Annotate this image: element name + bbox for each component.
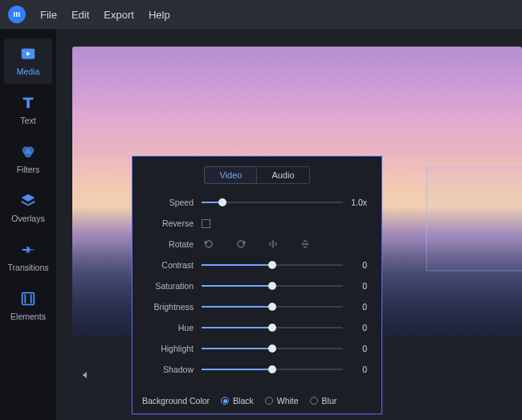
value-shadow: 0 xyxy=(343,365,370,374)
tab-video[interactable]: Video xyxy=(204,166,256,184)
sidebar-item-filters[interactable]: Filters xyxy=(4,137,52,182)
row-background-color: Background Color Black White Blur xyxy=(133,389,381,414)
slider-shadow[interactable] xyxy=(202,369,343,370)
sidebar-item-label: Overlays xyxy=(11,214,44,223)
prev-frame-icon[interactable] xyxy=(79,369,92,385)
label-speed: Speed xyxy=(133,198,202,207)
rotate-cw-icon[interactable] xyxy=(234,237,248,251)
radio-bg-blur[interactable]: Blur xyxy=(310,396,337,406)
sidebar-item-text[interactable]: Text xyxy=(4,88,52,133)
row-highlight: Highlight0 xyxy=(133,338,370,359)
svg-rect-9 xyxy=(31,295,32,304)
text-icon xyxy=(19,94,37,112)
menu-help[interactable]: Help xyxy=(149,9,170,21)
label-background-color: Background Color xyxy=(142,396,210,406)
svg-rect-8 xyxy=(24,295,26,304)
svg-rect-7 xyxy=(22,293,35,305)
sidebar-item-label: Text xyxy=(20,116,35,125)
rotate-ccw-icon[interactable] xyxy=(202,237,216,251)
flip-horizontal-icon[interactable] xyxy=(266,237,280,251)
panel-tabs: Video Audio xyxy=(133,166,381,184)
svg-rect-1 xyxy=(16,12,18,17)
menubar: File Edit Export Help xyxy=(0,0,522,29)
slider-speed[interactable] xyxy=(202,202,343,203)
label-saturation: Saturation xyxy=(133,281,202,291)
value-contrast: 0 xyxy=(343,260,370,270)
sidebar-item-label: Transitions xyxy=(8,263,49,272)
row-shadow: Shadow0 xyxy=(133,359,370,380)
label-reverse: Reverse xyxy=(133,218,202,228)
transitions-icon xyxy=(19,241,37,259)
row-rotate: Rotate xyxy=(133,234,370,255)
svg-rect-2 xyxy=(18,12,20,17)
value-hue: 0 xyxy=(343,323,370,332)
menu-export[interactable]: Export xyxy=(104,9,134,21)
play-folder-icon xyxy=(19,45,37,63)
value-highlight: 0 xyxy=(343,344,370,353)
svg-point-6 xyxy=(24,150,31,157)
selection-frame[interactable] xyxy=(426,167,522,271)
elements-icon xyxy=(19,290,37,308)
slider-highlight[interactable] xyxy=(202,348,343,349)
flip-vertical-icon[interactable] xyxy=(298,237,312,251)
svg-rect-0 xyxy=(14,12,15,17)
row-saturation: Saturation0 xyxy=(133,275,370,296)
tab-audio[interactable]: Audio xyxy=(256,166,309,184)
checkbox-reverse[interactable] xyxy=(202,219,210,228)
slider-saturation[interactable] xyxy=(202,285,343,287)
label-brightness: Brightness xyxy=(133,302,202,312)
video-properties-panel: Video Audio Speed 1.0x Reverse Rotate xyxy=(132,156,382,414)
radio-label: Black xyxy=(233,396,254,406)
label-shadow: Shadow xyxy=(133,365,202,374)
radio-label: White xyxy=(277,396,299,406)
row-hue: Hue0 xyxy=(133,317,370,338)
row-speed: Speed 1.0x xyxy=(133,192,370,213)
slider-contrast[interactable] xyxy=(202,264,343,266)
label-highlight: Highlight xyxy=(133,344,202,353)
row-reverse: Reverse xyxy=(133,213,370,234)
value-saturation: 0 xyxy=(343,281,370,291)
value-speed: 1.0x xyxy=(343,198,370,207)
app-logo xyxy=(8,6,26,23)
menu-edit[interactable]: Edit xyxy=(71,9,89,21)
label-hue: Hue xyxy=(133,323,202,332)
playback-controls xyxy=(79,369,92,385)
slider-hue[interactable] xyxy=(202,327,343,328)
menu-file[interactable]: File xyxy=(40,9,57,21)
label-rotate: Rotate xyxy=(133,239,202,249)
value-brightness: 0 xyxy=(343,302,370,312)
radio-label: Blur xyxy=(322,396,337,406)
sidebar-item-overlays[interactable]: Overlays xyxy=(4,186,52,231)
overlays-icon xyxy=(19,192,37,210)
row-contrast: Contrast0 xyxy=(133,255,370,275)
label-contrast: Contrast xyxy=(133,260,202,270)
sidebar: Media Text Filters Overlays Transitions xyxy=(0,29,56,420)
sidebar-item-transitions[interactable]: Transitions xyxy=(4,234,52,280)
sidebar-item-label: Elements xyxy=(10,312,46,321)
sidebar-item-label: Filters xyxy=(17,165,40,174)
radio-bg-white[interactable]: White xyxy=(265,396,299,406)
slider-brightness[interactable] xyxy=(202,306,343,308)
sidebar-item-label: Media xyxy=(17,67,40,76)
row-brightness: Brightness0 xyxy=(133,296,370,317)
sidebar-item-elements[interactable]: Elements xyxy=(4,283,52,329)
sidebar-item-media[interactable]: Media xyxy=(4,39,52,84)
filters-icon xyxy=(19,143,37,161)
radio-bg-black[interactable]: Black xyxy=(221,396,254,406)
